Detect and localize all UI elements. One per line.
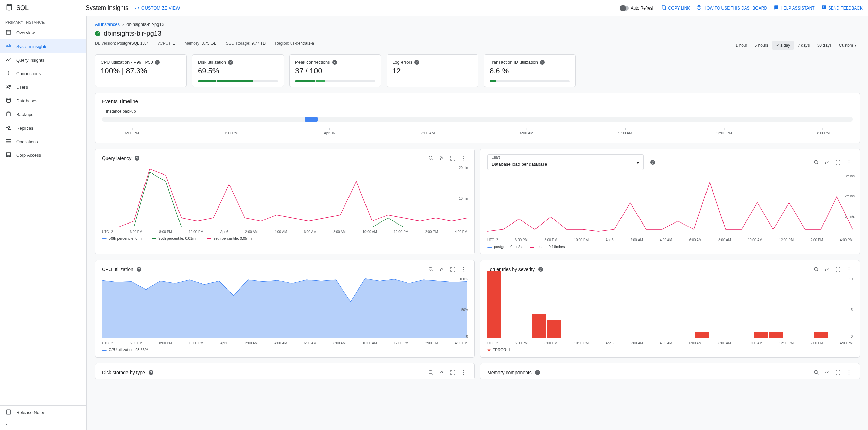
card-log-errors: Log errors? 12 bbox=[387, 54, 478, 87]
x-axis: UTC+26:00 PM8:00 PM10:00 PMApr 62:00 AM4… bbox=[480, 238, 860, 243]
content: All instances › dbinsights-blr-pg13 ✓ db… bbox=[87, 16, 868, 430]
svg-rect-13 bbox=[7, 153, 11, 157]
legend-icon[interactable] bbox=[438, 266, 446, 273]
svg-line-33 bbox=[817, 270, 818, 271]
sidebar-collapse-button[interactable] bbox=[0, 419, 86, 430]
svg-point-45 bbox=[849, 372, 849, 373]
help-icon bbox=[697, 5, 701, 11]
legend-icon[interactable] bbox=[823, 159, 831, 166]
svg-point-20 bbox=[463, 158, 464, 159]
cpu-chart[interactable]: 100% 50% 0 bbox=[102, 277, 467, 338]
fullscreen-icon[interactable] bbox=[449, 369, 457, 376]
help-icon[interactable]: ? bbox=[540, 60, 545, 65]
svg-point-26 bbox=[849, 164, 849, 164]
chevron-down-icon: ▾ bbox=[854, 43, 856, 48]
sidebar-item-replicas[interactable]: Replicas bbox=[0, 121, 86, 135]
help-assistant-button[interactable]: HELP ASSISTANT bbox=[774, 5, 815, 11]
help-icon[interactable]: ? bbox=[538, 267, 543, 272]
x-axis: UTC+26:00 PM8:00 PM10:00 PMApr 62:00 AM4… bbox=[95, 341, 474, 346]
fullscreen-icon[interactable] bbox=[449, 154, 457, 162]
help-icon[interactable]: ? bbox=[135, 156, 139, 161]
fullscreen-icon[interactable] bbox=[449, 266, 457, 273]
sidebar-item-connections[interactable]: Connections bbox=[0, 67, 86, 80]
sidebar-item-operations[interactable]: Operations bbox=[0, 135, 86, 148]
svg-point-24 bbox=[849, 160, 849, 161]
legend-icon[interactable] bbox=[823, 266, 831, 273]
svg-point-17 bbox=[429, 156, 432, 159]
help-icon[interactable]: ? bbox=[228, 60, 233, 65]
zoom-icon[interactable] bbox=[813, 369, 820, 376]
fullscreen-icon[interactable] bbox=[834, 369, 842, 376]
help-icon[interactable]: ? bbox=[332, 60, 337, 65]
zoom-icon[interactable] bbox=[813, 159, 820, 166]
legend-icon[interactable] bbox=[438, 369, 446, 376]
top-actions: Auto Refresh COPY LINK HOW TO USE THIS D… bbox=[620, 5, 863, 11]
timerange-custom[interactable]: Custom ▾ bbox=[836, 41, 860, 50]
customize-view-label: CUSTOMIZE VIEW bbox=[141, 5, 180, 11]
zoom-icon[interactable] bbox=[427, 154, 435, 162]
insights-icon bbox=[5, 43, 12, 50]
sidebar-item-release-notes[interactable]: Release Notes bbox=[0, 406, 86, 419]
customize-view-button[interactable]: CUSTOMIZE VIEW bbox=[134, 5, 180, 11]
svg-point-1 bbox=[699, 9, 699, 9]
how-to-use-button[interactable]: HOW TO USE THIS DASHBOARD bbox=[697, 5, 767, 11]
help-icon[interactable]: ? bbox=[650, 160, 655, 165]
zoom-icon[interactable] bbox=[427, 266, 435, 273]
customize-icon bbox=[134, 5, 139, 11]
copy-link-button[interactable]: COPY LINK bbox=[662, 5, 690, 11]
timerange-1day[interactable]: 1 day bbox=[772, 41, 794, 50]
svg-point-27 bbox=[429, 267, 432, 270]
svg-point-5 bbox=[9, 85, 11, 86]
sidebar-item-overview[interactable]: Overview bbox=[0, 26, 86, 39]
more-icon[interactable] bbox=[845, 369, 853, 376]
card-txid: Transaction ID utilization? 8.6 % bbox=[484, 54, 576, 87]
breadcrumb-all[interactable]: All instances bbox=[95, 22, 120, 27]
events-timeline-track[interactable] bbox=[102, 117, 853, 122]
sidebar-item-system-insights[interactable]: System insights bbox=[0, 39, 86, 53]
help-icon[interactable]: ? bbox=[149, 370, 153, 375]
cpu-panel: CPU utilization ? 100% 50% bbox=[95, 260, 475, 358]
feedback-icon bbox=[821, 5, 826, 11]
help-icon[interactable]: ? bbox=[155, 60, 160, 65]
more-icon[interactable] bbox=[845, 266, 853, 273]
sidebar-item-query-insights[interactable]: Query insights bbox=[0, 53, 86, 67]
instance-header: ✓ dbinsights-blr-pg13 bbox=[95, 30, 860, 37]
svg-point-36 bbox=[849, 271, 849, 271]
legend: 50th percentile: 0min95th percentile: 0.… bbox=[95, 235, 474, 246]
fullscreen-icon[interactable] bbox=[834, 266, 842, 273]
help-icon[interactable]: ? bbox=[535, 370, 540, 375]
more-icon[interactable] bbox=[460, 266, 467, 273]
svg-point-4 bbox=[7, 85, 9, 86]
db-load-chart[interactable]: 3min/s 2min/s 1min/s bbox=[487, 174, 853, 235]
more-icon[interactable] bbox=[845, 159, 853, 166]
timerange-6hours[interactable]: 6 hours bbox=[751, 41, 772, 50]
legend-icon[interactable] bbox=[823, 369, 831, 376]
timerange-30days[interactable]: 30 days bbox=[814, 41, 835, 50]
timerange-7days[interactable]: 7 days bbox=[794, 41, 813, 50]
log-chart[interactable]: 10 5 0 bbox=[487, 277, 853, 338]
fullscreen-icon[interactable] bbox=[834, 159, 842, 166]
sidebar-item-corp-access[interactable]: Corp Access bbox=[0, 148, 86, 162]
sidebar-item-backups[interactable]: Backups bbox=[0, 108, 86, 121]
auto-refresh-toggle[interactable]: Auto Refresh bbox=[620, 6, 654, 11]
svg-rect-8 bbox=[6, 126, 8, 127]
timerange-1hour[interactable]: 1 hour bbox=[732, 41, 751, 50]
more-icon[interactable] bbox=[460, 154, 467, 162]
zoom-icon[interactable] bbox=[813, 266, 820, 273]
card-disk: Disk utilization? 69.5% bbox=[192, 54, 284, 87]
help-icon[interactable]: ? bbox=[414, 60, 419, 65]
users-icon bbox=[5, 84, 12, 91]
zoom-icon[interactable] bbox=[427, 369, 435, 376]
query-latency-chart[interactable]: 20min 10min bbox=[102, 166, 467, 227]
backups-icon bbox=[5, 111, 12, 118]
legend-icon[interactable] bbox=[438, 154, 446, 162]
toggle-icon bbox=[620, 6, 629, 11]
help-icon[interactable]: ? bbox=[137, 267, 141, 272]
event-backup[interactable] bbox=[305, 117, 318, 122]
chart-type-select[interactable]: Chart Database load per database ▾ bbox=[487, 154, 644, 170]
product: SQL bbox=[5, 3, 80, 13]
send-feedback-button[interactable]: SEND FEEDBACK bbox=[821, 5, 863, 11]
sidebar-item-users[interactable]: Users bbox=[0, 80, 86, 94]
more-icon[interactable] bbox=[460, 369, 467, 376]
sidebar-item-databases[interactable]: Databases bbox=[0, 94, 86, 108]
